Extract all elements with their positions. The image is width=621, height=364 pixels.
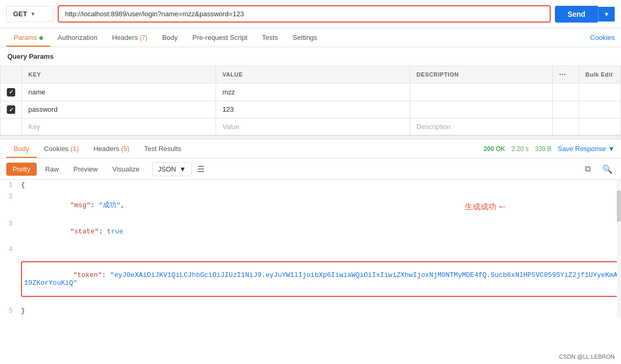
annotation-group: 生成成功 ←	[465, 201, 506, 213]
col-header-checkbox	[1, 66, 22, 83]
row-key-empty[interactable]: Key	[22, 119, 216, 135]
row-value-empty[interactable]: Value	[216, 119, 410, 135]
response-tabs-bar: Body Cookies (1) Headers (5) Test Result…	[0, 140, 621, 158]
format-select-arrow: ▼	[179, 165, 186, 173]
annotation-arrow-icon: ←	[499, 201, 506, 213]
tab-params[interactable]: Params	[6, 28, 50, 47]
json-line-2: 2 "msg": "成功",	[0, 191, 621, 219]
method-dropdown-arrow: ▼	[30, 11, 36, 17]
send-button-group: Send ▼	[555, 6, 615, 23]
params-dot	[39, 36, 43, 40]
json-line-1: 1 {	[0, 180, 621, 191]
checkbox-checked-1[interactable]	[7, 88, 15, 97]
row-desc-1[interactable]	[410, 83, 553, 101]
row-key-2[interactable]: password	[22, 101, 216, 119]
wrap-lines-icon[interactable]: ☰	[197, 164, 205, 174]
line-number-1: 1	[0, 181, 21, 189]
json-viewer: 1 { 2 "msg": "成功", 3 "state": true 4 "to…	[0, 180, 621, 317]
row-desc-2[interactable]	[410, 101, 553, 119]
tab-pre-request[interactable]: Pre-request Script	[185, 28, 255, 47]
row-desc-empty[interactable]: Description	[410, 119, 553, 135]
response-tab-cookies[interactable]: Cookies (1)	[37, 140, 86, 158]
url-input-wrapper	[58, 5, 551, 23]
response-tab-test-results[interactable]: Test Results	[137, 140, 189, 158]
copy-icon[interactable]: ⧉	[580, 162, 595, 176]
status-code: 200 OK	[484, 145, 505, 153]
table-row: name mzz	[1, 83, 621, 101]
response-tab-headers[interactable]: Headers (5)	[86, 140, 137, 158]
row-checkbox-1[interactable]	[1, 83, 22, 101]
query-params-title: Query Params	[0, 47, 621, 66]
format-tab-preview[interactable]: Preview	[67, 163, 104, 176]
section-divider	[0, 135, 621, 140]
send-dropdown-button[interactable]: ▼	[598, 7, 615, 22]
json-viewer-wrapper: 1 { 2 "msg": "成功", 3 "state": true 4 "to…	[0, 180, 621, 317]
col-header-description: DESCRIPTION	[410, 66, 553, 83]
row-bulk-2	[579, 101, 621, 119]
row-value-1[interactable]: mzz	[216, 83, 410, 101]
format-tabs-bar: Pretty Raw Preview Visualize JSON ▼ ☰ ⧉ …	[0, 158, 621, 180]
headers-badge: (7)	[140, 34, 147, 41]
scrollbar-track[interactable]	[617, 180, 621, 317]
json-line-3: 3 "state": true	[0, 219, 621, 244]
format-tab-raw[interactable]: Raw	[39, 163, 65, 176]
cookies-link[interactable]: Cookies	[590, 34, 615, 41]
line-number-4: 4	[0, 245, 21, 253]
response-status-group: 200 OK 2.20 s 339 B Save Response ▼	[484, 145, 615, 153]
more-options-icon[interactable]: ···	[559, 70, 566, 79]
col-header-key: KEY	[22, 66, 216, 83]
checkbox-checked-2[interactable]	[7, 105, 15, 114]
row-more-1	[553, 83, 579, 101]
url-input[interactable]	[59, 6, 550, 22]
row-checkbox-2[interactable]	[1, 101, 22, 119]
col-header-bulk-edit[interactable]: Bulk Edit	[579, 66, 621, 83]
scrollbar-thumb[interactable]	[617, 190, 621, 222]
json-line-5: 5 }	[0, 306, 621, 317]
response-size: 339 B	[535, 145, 551, 153]
row-bulk-empty	[579, 119, 621, 135]
annotation-text: 生成成功	[465, 202, 496, 212]
col-header-more: ···	[553, 66, 579, 83]
format-type-select[interactable]: JSON ▼	[152, 162, 192, 176]
response-time: 2.20 s	[511, 145, 529, 153]
format-tab-visualize[interactable]: Visualize	[106, 163, 146, 176]
tab-body[interactable]: Body	[155, 28, 185, 47]
format-action-buttons: ⧉ 🔍	[580, 162, 615, 176]
line-number-2: 2	[0, 192, 21, 200]
method-select[interactable]: GET ▼	[6, 6, 53, 22]
row-bulk-1	[579, 83, 621, 101]
row-value-2[interactable]: 123	[216, 101, 410, 119]
json-token-line: "token": "eyJ0eXAiOiJKV1QiLCJhbGciOiJIUz…	[21, 245, 621, 305]
tab-tests[interactable]: Tests	[255, 28, 285, 47]
save-response-arrow: ▼	[608, 145, 615, 153]
json-open-brace: {	[21, 181, 621, 189]
line-number-3: 3	[0, 220, 21, 228]
table-row-empty: Key Value Description	[1, 119, 621, 135]
tab-settings[interactable]: Settings	[285, 28, 325, 47]
request-tabs-bar: Params Authorization Headers (7) Body Pr…	[0, 28, 621, 47]
token-highlight-box: "token": "eyJ0eXAiOiJKV1QiLCJhbGciOiJIUz…	[21, 261, 621, 297]
row-more-2	[553, 101, 579, 119]
table-row: password 123	[1, 101, 621, 119]
tab-authorization[interactable]: Authorization	[50, 28, 105, 47]
send-main-button[interactable]: Send	[555, 6, 598, 23]
response-tab-body[interactable]: Body	[6, 140, 37, 158]
params-table: KEY VALUE DESCRIPTION ··· Bulk Edit name…	[0, 66, 621, 135]
row-more-empty	[553, 119, 579, 135]
method-label: GET	[13, 10, 27, 18]
save-response-button[interactable]: Save Response ▼	[558, 145, 615, 153]
search-icon[interactable]: 🔍	[600, 162, 615, 176]
row-key-1[interactable]: name	[22, 83, 216, 101]
row-checkbox-empty	[1, 119, 22, 135]
format-tab-pretty[interactable]: Pretty	[6, 163, 37, 176]
json-close-brace: }	[21, 307, 621, 315]
url-bar: GET ▼ Send ▼	[0, 0, 621, 28]
json-line-4: 4 "token": "eyJ0eXAiOiJKV1QiLCJhbGciOiJI…	[0, 244, 621, 306]
json-msg-line: "msg": "成功",	[21, 192, 621, 218]
col-header-value: VALUE	[216, 66, 410, 83]
json-state-line: "state": true	[21, 220, 621, 243]
line-number-5: 5	[0, 307, 21, 315]
tab-headers[interactable]: Headers (7)	[105, 28, 155, 47]
